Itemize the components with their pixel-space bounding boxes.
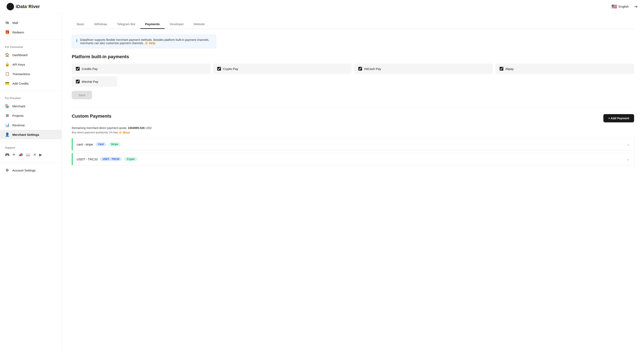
info-icon: ℹ xyxy=(76,38,78,43)
hiicash-pay-label: HiiCash Pay xyxy=(364,67,381,71)
quota-currency: USD xyxy=(146,126,152,130)
sidebar-item-merchant-settings[interactable]: 👤 Merchant Settings xyxy=(0,130,62,139)
info-banner: ℹ iDataRiver supports flexible merchant … xyxy=(72,35,216,48)
badge-stripe: Stripe xyxy=(109,142,121,146)
custom-payments-header: Custom Payments + Add Payment xyxy=(72,114,634,123)
buy-link[interactable]: [Buy] xyxy=(123,131,130,134)
payment-option-credits-pay[interactable]: Credits Pay xyxy=(72,64,210,74)
twitter-icon[interactable]: ✕ xyxy=(33,153,36,157)
crypto-pay-checkbox[interactable] xyxy=(217,67,221,71)
sidebar-item-api-keys[interactable]: 🔒 API Keys xyxy=(0,60,62,69)
youtube-icon[interactable]: ▶ xyxy=(39,153,42,157)
sidebar-item-label: Revenue xyxy=(12,123,25,127)
language-label: English xyxy=(619,5,629,8)
discord-icon[interactable]: 🎮 xyxy=(5,153,10,157)
app-logo[interactable]: iData*River xyxy=(6,3,40,10)
dashboard-icon: 🏠 xyxy=(5,53,10,57)
payment-option-crypto-pay[interactable]: Crypto Pay xyxy=(213,64,352,74)
consumer-section-label: For Consumer xyxy=(0,42,62,50)
sidebar-item-dashboard[interactable]: 🏠 Dashboard xyxy=(0,50,62,60)
sidebar-divider-3 xyxy=(0,142,62,142)
payment-option-hiicash-pay[interactable]: HiiCash Pay xyxy=(354,64,493,74)
logo-circle xyxy=(6,3,14,10)
section-divider xyxy=(72,108,634,108)
sidebar-item-transactions[interactable]: 📋 Transactions xyxy=(0,69,62,79)
sidebar-item-label: API Keys xyxy=(12,63,25,66)
crypto-pay-label: Crypto Pay xyxy=(223,67,238,71)
book-icon[interactable]: 📖 xyxy=(26,153,30,157)
tab-website[interactable]: Website xyxy=(189,20,210,29)
sidebar-divider-2 xyxy=(0,91,62,91)
save-button[interactable]: Save xyxy=(72,91,92,99)
mall-icon: 🛍 xyxy=(5,21,10,25)
alipay-checkbox[interactable] xyxy=(500,67,503,71)
logout-button[interactable]: ⇥ xyxy=(634,4,638,9)
sidebar-item-label: Merchant xyxy=(12,104,25,108)
tab-withdraw[interactable]: Withdraw xyxy=(89,20,112,29)
redeem-icon: 🎁 xyxy=(5,30,10,35)
projects-icon: ⊞ xyxy=(5,113,10,118)
telegram-icon[interactable]: ✈ xyxy=(12,153,16,157)
chevron-down-icon: ⌄ xyxy=(627,142,630,147)
language-button[interactable]: 🇺🇸 English xyxy=(612,4,629,9)
help-link[interactable]: Help xyxy=(149,42,155,45)
quota-buy-row: Buy direct payment quota(only 1% fee) 👉 … xyxy=(72,131,634,134)
payment-option-wechat-pay[interactable]: Wechat Pay xyxy=(72,76,117,87)
sidebar-item-merchant[interactable]: 🏪 Merchant xyxy=(0,101,62,111)
sidebar-item-label: Redeem xyxy=(12,31,24,34)
hiicash-pay-checkbox[interactable] xyxy=(358,67,362,71)
credits-pay-checkbox[interactable] xyxy=(76,67,80,71)
topbar: iData*River 🇺🇸 English ⇥ xyxy=(0,0,644,13)
wechat-pay-label: Wechat Pay xyxy=(82,80,98,83)
sidebar-item-redeem[interactable]: 🎁 Redeem xyxy=(0,28,62,37)
sidebar-item-label: Merchant Settings xyxy=(12,133,39,136)
provider-section-label: For Provider xyxy=(0,93,62,101)
payment-row2: Wechat Pay xyxy=(72,76,634,87)
layout: 🛍 Mall 🎁 Redeem For Consumer 🏠 Dashboard… xyxy=(0,13,644,350)
main-content: Basic Withdraw Telegram Bot Payments Dev… xyxy=(62,13,644,350)
support-section-label: Support xyxy=(0,144,62,151)
payment-item-name: USDT - TRC20 xyxy=(77,157,98,161)
payment-option-alipay[interactable]: Alipay xyxy=(496,64,634,74)
platform-payments-grid: Credits Pay Crypto Pay HiiCash Pay Alipa… xyxy=(72,64,634,74)
platform-payments-title: Platform built-in payments xyxy=(72,54,634,60)
revenue-icon: 📊 xyxy=(5,123,10,127)
flag-icon: 🇺🇸 xyxy=(612,4,617,9)
payment-item-name: card - stripe xyxy=(77,143,93,146)
sidebar-item-label: Add Credits xyxy=(12,82,28,85)
sidebar-item-label: Transactions xyxy=(12,72,30,76)
sidebar-item-revenue[interactable]: 📊 Revenue xyxy=(0,120,62,130)
tab-basic[interactable]: Basic xyxy=(72,20,89,29)
payment-item-usdt-trc20[interactable]: USDT - TRC20 USDT - TRC20 Crypto ⌄ xyxy=(72,153,634,165)
account-settings-icon: ⚙ xyxy=(5,168,10,173)
merchant-settings-icon: 👤 xyxy=(5,132,10,137)
sidebar-item-label: Projects xyxy=(12,114,24,117)
badge-crypto: Crypto xyxy=(124,157,137,161)
payment-item-card-stripe[interactable]: card - stripe Card Stripe ⌄ xyxy=(72,138,634,150)
transactions-icon: 📋 xyxy=(5,72,10,76)
announcement-icon[interactable]: 📣 xyxy=(18,153,23,157)
add-payment-button[interactable]: + Add Payment xyxy=(603,114,634,122)
credits-pay-label: Credits Pay xyxy=(82,67,98,71)
quota-amount: 1004995.526 xyxy=(128,126,145,130)
sidebar-item-label: Dashboard xyxy=(12,53,28,57)
tab-developer[interactable]: Developer xyxy=(164,20,188,29)
social-icons-bar: 🎮 ✈ 📣 📖 ✕ ▶ xyxy=(0,151,62,160)
sidebar-item-projects[interactable]: ⊞ Projects xyxy=(0,111,62,120)
add-credits-icon: 💳 xyxy=(5,81,10,86)
info-text: iDataRiver supports flexible merchant pa… xyxy=(80,38,212,45)
badge-card: Card xyxy=(96,142,106,146)
wechat-pay-checkbox[interactable] xyxy=(76,80,80,83)
sidebar-item-label: Mall xyxy=(12,21,18,25)
tab-payments[interactable]: Payments xyxy=(140,20,165,29)
custom-payments-title: Custom Payments xyxy=(72,114,112,119)
sidebar-item-mall[interactable]: 🛍 Mall xyxy=(0,18,62,28)
payment-item-left: USDT - TRC20 USDT - TRC20 Crypto xyxy=(77,157,137,161)
tab-telegram-bot[interactable]: Telegram Bot xyxy=(112,20,140,29)
sidebar-divider-4 xyxy=(0,163,62,163)
badge-usdt-trc20: USDT - TRC20 xyxy=(100,157,122,161)
sidebar-item-account-settings[interactable]: ⚙ Account Settings xyxy=(0,166,62,175)
payment-item-left: card - stripe Card Stripe xyxy=(77,142,121,146)
sidebar-item-add-credits[interactable]: 💳 Add Credits xyxy=(0,79,62,88)
topbar-right: 🇺🇸 English ⇥ xyxy=(612,4,638,9)
